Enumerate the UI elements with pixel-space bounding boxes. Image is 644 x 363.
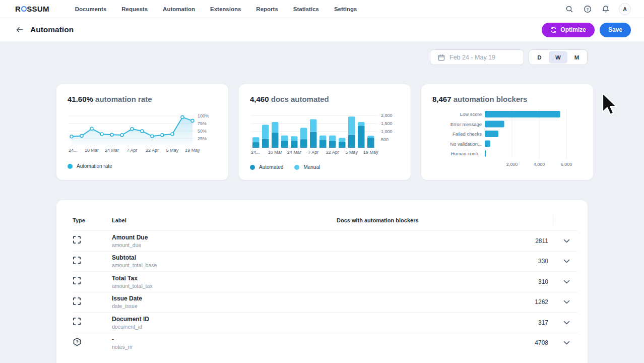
automation-rate-value: 41.60%: [68, 95, 93, 103]
table-row[interactable]: Total Taxamount_total_tax310: [73, 271, 577, 292]
svg-text:50%: 50%: [198, 129, 207, 134]
field-label: Subtotal: [112, 254, 337, 262]
nav-item-requests[interactable]: Requests: [115, 3, 154, 16]
stat-cards: 41.60% automation rate 100%75%50%25%24..…: [56, 84, 588, 180]
date-range-picker[interactable]: Feb 24 - May 19: [430, 49, 524, 65]
field-schema-id: amount_due: [112, 242, 337, 248]
svg-text:24...: 24...: [251, 150, 260, 155]
svg-text:10 Mar: 10 Mar: [85, 148, 99, 153]
header-separator: [555, 214, 555, 225]
calendar-icon: [438, 54, 445, 61]
help-icon[interactable]: ?: [583, 4, 593, 14]
expand-row-button[interactable]: [555, 280, 577, 284]
expand-row-button[interactable]: [555, 300, 577, 304]
svg-text:24 Mar: 24 Mar: [105, 148, 119, 153]
field-schema-id: document_id: [112, 324, 337, 330]
svg-text:24 Mar: 24 Mar: [287, 150, 301, 155]
capture-field-icon: [73, 256, 81, 265]
field-label: Issue Date: [112, 295, 337, 302]
optimize-cycle-icon: [550, 27, 557, 33]
svg-text:22 Apr: 22 Apr: [326, 150, 339, 155]
save-label: Save: [608, 26, 622, 33]
chevron-down-icon: [563, 280, 570, 284]
page-title: Automation: [30, 25, 74, 34]
svg-text:?: ?: [587, 7, 589, 12]
granularity-toggle: DWM: [529, 49, 588, 65]
svg-text:22 Apr: 22 Apr: [146, 148, 159, 153]
optimize-button[interactable]: Optimize: [542, 23, 595, 37]
nav-item-settings[interactable]: Settings: [328, 3, 363, 16]
svg-text:?: ?: [76, 339, 78, 344]
table-header-row: Type Label Docs with automation blockers: [73, 210, 577, 230]
field-label: Total Tax: [112, 275, 337, 282]
blocker-doc-count: 2811: [337, 237, 555, 245]
legend-dot-icon: [68, 164, 73, 169]
page-header: Automation Optimize Save: [0, 18, 644, 41]
blockers-table-card: Type Label Docs with automation blockers…: [56, 200, 588, 363]
granularity-m-button[interactable]: M: [567, 51, 586, 64]
unknown-field-icon: ?: [73, 337, 82, 346]
expand-row-button[interactable]: [555, 239, 577, 243]
mouse-cursor: [601, 92, 618, 119]
field-schema-id: amount_total_tax: [112, 283, 337, 289]
table-row[interactable]: Amount Dueamount_due2811: [73, 230, 577, 251]
expand-row-button[interactable]: [555, 321, 577, 325]
optimize-label: Optimize: [560, 26, 586, 33]
blocker-doc-count: 330: [337, 258, 555, 265]
avatar[interactable]: A: [619, 3, 631, 15]
svg-text:19 May: 19 May: [363, 150, 378, 155]
logo-o-icon: [21, 6, 27, 12]
svg-text:4,000: 4,000: [534, 162, 545, 167]
legend-dot-icon: [250, 165, 255, 170]
notifications-bell-icon[interactable]: [601, 4, 611, 14]
expand-row-button[interactable]: [555, 341, 577, 345]
search-icon[interactable]: [564, 4, 574, 14]
expand-row-button[interactable]: [555, 259, 577, 263]
blocker-doc-count: 1262: [337, 298, 555, 306]
field-schema-id: amount_total_base: [112, 262, 337, 268]
table-row[interactable]: ?-notes_rir4708: [73, 333, 577, 353]
nav-item-statistics[interactable]: Statistics: [287, 3, 326, 16]
chevron-down-icon: [563, 259, 570, 263]
capture-field-icon: [73, 297, 81, 306]
legend-item: Automation rate: [68, 163, 112, 169]
chevron-down-icon: [563, 239, 570, 243]
docs-automated-value: 4,460: [250, 95, 269, 103]
svg-text:75%: 75%: [198, 121, 207, 126]
chevron-down-icon: [563, 300, 570, 304]
blocker-doc-count: 310: [337, 278, 555, 285]
svg-text:No validation...: No validation...: [450, 141, 482, 147]
svg-text:1,500: 1,500: [381, 121, 393, 126]
svg-text:2,000: 2,000: [506, 162, 518, 167]
back-arrow-icon[interactable]: [13, 23, 26, 36]
chevron-down-icon: [563, 321, 570, 325]
granularity-w-button[interactable]: W: [549, 51, 567, 64]
svg-text:1,000: 1,000: [381, 129, 393, 134]
save-button[interactable]: Save: [600, 23, 631, 37]
svg-text:5 May: 5 May: [345, 150, 358, 155]
table-row[interactable]: Subtotalamount_total_base330: [73, 251, 577, 272]
capture-field-icon: [73, 317, 81, 326]
logo-text: SSUM: [27, 5, 49, 13]
svg-text:10 Mar: 10 Mar: [268, 150, 282, 155]
legend-item: Automated: [250, 164, 283, 170]
rossum-logo[interactable]: RSSUM: [15, 5, 49, 13]
table-row[interactable]: Issue Datedate_issue1262: [73, 292, 577, 313]
svg-text:19 May: 19 May: [185, 148, 200, 153]
svg-text:500: 500: [381, 137, 389, 142]
granularity-d-button[interactable]: D: [530, 51, 549, 64]
field-label: Amount Due: [112, 234, 337, 241]
nav-item-reports[interactable]: Reports: [249, 3, 284, 16]
nav-item-automation[interactable]: Automation: [156, 3, 202, 16]
nav-item-extensions[interactable]: Extensions: [204, 3, 247, 16]
date-range-value: Feb 24 - May 19: [449, 54, 495, 61]
chart-legend: Automation rate: [68, 163, 219, 169]
table-row[interactable]: Document IDdocument_id317: [73, 312, 577, 333]
automation-rate-label: automation rate: [95, 95, 152, 103]
nav-item-documents[interactable]: Documents: [69, 3, 113, 16]
field-label: Document ID: [112, 316, 337, 323]
capture-field-icon: [73, 235, 81, 244]
legend-item: Manual: [294, 164, 320, 170]
svg-text:Failed checks: Failed checks: [453, 131, 482, 137]
blocker-doc-count: 4708: [337, 339, 555, 346]
